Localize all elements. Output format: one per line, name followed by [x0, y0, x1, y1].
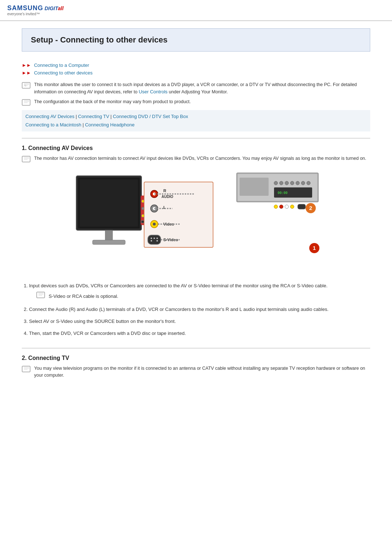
section-note-2: You may view television programs on the … — [22, 365, 370, 379]
svg-point-39 — [154, 238, 155, 239]
section-connecting-tv: 2. Connecting TV You may view television… — [22, 355, 370, 379]
link-other-devices[interactable]: Connecting to other devices — [34, 70, 93, 76]
page-title-box: Setup - Connecting to other devices — [22, 28, 370, 52]
page-header: SAMSUNG DIGITall everyone's invited™ — [0, 0, 392, 21]
nav-link-item-2: ►► Connecting to other devices — [22, 70, 370, 76]
section-note-text-2: You may view television programs on the … — [34, 365, 370, 379]
nav-links: ►► Connecting to a Computer ►► Connectin… — [22, 62, 370, 76]
vcr-device: 00:00 — [236, 172, 319, 219]
monitor-illustration — [73, 174, 149, 258]
badge-2: 2 — [306, 203, 316, 213]
main-content: Setup - Connecting to other devices ►► C… — [0, 21, 392, 399]
logo-tagline: everyone's invited™ — [7, 12, 40, 16]
link-headphone[interactable]: Connecting Headphone — [85, 122, 135, 127]
steps-list: Input devices such as DVDs, VCRs or Camc… — [29, 282, 370, 337]
svg-point-57 — [274, 205, 278, 208]
note-text-1: This monitor allows the user to connect … — [34, 81, 370, 96]
link-bar-line2: Connecting to a Macintosh | Connecting H… — [25, 121, 367, 129]
link-computer[interactable]: Connecting to a Computer — [34, 62, 89, 68]
svg-point-49 — [279, 181, 283, 185]
section-note-text-1: The monitor has AV connection terminals … — [34, 155, 366, 162]
diagram-area: R AUDIO L Video — [22, 170, 370, 272]
svg-point-50 — [285, 181, 289, 185]
svg-rect-61 — [298, 204, 306, 209]
link-av-devices[interactable]: Connecting AV Devices — [25, 114, 74, 119]
svg-rect-16 — [105, 230, 113, 241]
section-note-1: The monitor has AV connection terminals … — [22, 155, 370, 163]
note-icon-4 — [22, 366, 31, 373]
arrow-icon-1: ►► — [22, 62, 31, 68]
link-dvd-dtv[interactable]: Connecting DVD / DTV Set Top Box — [113, 114, 188, 119]
arrow-icon-2: ►► — [22, 70, 31, 76]
link-bar: Connecting AV Devices | Connecting TV | … — [22, 110, 370, 131]
note-icon-2 — [22, 99, 31, 106]
svg-text:S-Video: S-Video — [163, 238, 178, 242]
note-icon-3 — [22, 156, 31, 163]
svg-rect-17 — [93, 240, 125, 244]
step-2: Connect the Audio (R) and Audio (L) term… — [29, 306, 370, 313]
svg-rect-15 — [80, 179, 138, 227]
svg-text:R: R — [163, 189, 166, 193]
svg-point-34 — [153, 223, 156, 226]
svg-point-48 — [274, 181, 278, 185]
note-icon-inline — [36, 292, 46, 301]
svg-rect-5 — [22, 100, 30, 105]
link-bar-line1: Connecting AV Devices | Connecting TV | … — [25, 112, 367, 121]
svg-point-40 — [156, 238, 158, 239]
badge-1: 1 — [309, 243, 319, 253]
svg-point-52 — [296, 181, 299, 185]
link-tv[interactable]: Connecting TV — [78, 114, 109, 119]
section-title-1: 1. Connecting AV Devices — [22, 145, 370, 151]
step1-note: S-Video or RCA cable is optional. — [36, 292, 370, 301]
svg-point-41 — [151, 240, 152, 242]
connection-panel: R AUDIO L Video — [143, 181, 216, 254]
svg-rect-62 — [37, 292, 45, 298]
svg-point-42 — [156, 240, 158, 242]
step-3: Select AV or S-Video using the SOURCE bu… — [29, 318, 370, 325]
note-block-1: ✎ This monitor allows the user to connec… — [22, 81, 370, 96]
svg-point-53 — [301, 181, 305, 185]
logo-samsung: SAMSUNG DIGITall — [7, 4, 64, 12]
step-4: Then, start the DVD, VCR or Camcorders w… — [29, 330, 370, 337]
diagram-container: R AUDIO L Video — [73, 170, 319, 272]
note-block-2: The configuration at the back of the mon… — [22, 98, 370, 106]
svg-point-58 — [279, 205, 283, 208]
separator-2 — [22, 348, 370, 348]
svg-rect-66 — [22, 366, 30, 372]
section-title-2: 2. Connecting TV — [22, 355, 370, 361]
svg-point-51 — [290, 181, 294, 185]
svg-point-38 — [151, 238, 152, 239]
nav-link-item-1: ►► Connecting to a Computer — [22, 62, 370, 68]
svg-rect-9 — [22, 156, 30, 162]
svg-text:AUDIO: AUDIO — [162, 195, 173, 199]
link-macintosh[interactable]: Connecting to a Macintosh — [25, 122, 81, 127]
note-text-2: The configuration at the back of the mon… — [34, 98, 191, 105]
logo: SAMSUNG DIGITall everyone's invited™ — [7, 4, 64, 16]
svg-point-54 — [307, 181, 310, 185]
step-1: Input devices such as DVDs, VCRs or Camc… — [29, 282, 370, 302]
svg-point-60 — [290, 205, 294, 208]
svg-point-59 — [285, 205, 289, 208]
link-user-controls[interactable]: User Controls — [139, 89, 167, 94]
page-title: Setup - Connecting to other devices — [31, 35, 361, 45]
svg-rect-47 — [240, 178, 269, 196]
section-av-devices: 1. Connecting AV Devices The monitor has… — [22, 145, 370, 337]
separator-1 — [22, 138, 370, 138]
step1-note-text: S-Video or RCA cable is optional. — [49, 293, 118, 300]
svg-text:00:00: 00:00 — [278, 191, 287, 195]
svg-rect-37 — [148, 235, 161, 244]
note-icon-1: ✎ — [22, 82, 31, 89]
